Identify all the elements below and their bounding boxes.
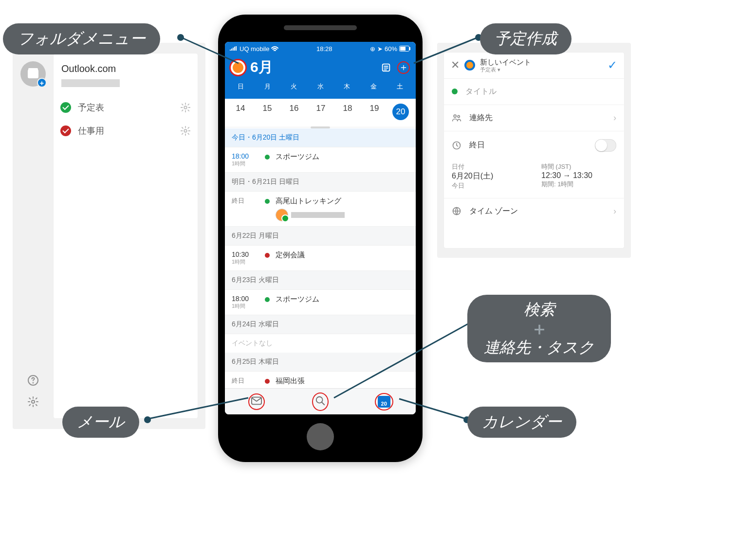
- tab-search[interactable]: [311, 392, 330, 411]
- weekday: 水: [317, 82, 324, 91]
- calendar-icon: 20: [378, 396, 390, 408]
- event-title: 高尾山トレッキング: [276, 196, 409, 206]
- svg-point-2: [32, 400, 35, 403]
- account-email-placeholder: [61, 79, 120, 87]
- svg-point-1: [33, 383, 34, 383]
- date-cell[interactable]: 16: [285, 104, 303, 120]
- account-name: Outlook.com: [54, 54, 198, 76]
- timezone-field[interactable]: タイム ゾーン ›: [444, 198, 624, 224]
- section-header: 6月25日 木曜日: [225, 353, 416, 372]
- checkmark-icon[interactable]: [60, 125, 71, 136]
- date-cell[interactable]: 15: [258, 104, 276, 120]
- event-title: スポーツジム: [276, 295, 409, 304]
- gear-icon[interactable]: [180, 102, 191, 113]
- svg-point-3: [184, 106, 187, 109]
- allday-label: 終日: [469, 140, 485, 150]
- date-cell[interactable]: 14: [232, 104, 249, 120]
- calendar-name: 仕事用: [78, 125, 104, 137]
- account-icon[interactable]: +: [20, 61, 46, 87]
- weekday: 火: [291, 82, 297, 91]
- event-row[interactable]: 18:001時間 スポーツジム: [225, 147, 416, 173]
- chevron-right-icon: ›: [613, 206, 616, 216]
- event-duration: 1時間: [232, 160, 259, 167]
- phone-frame: UQ mobile 18:28 ⊕ ➤ 60% 6月: [218, 15, 423, 462]
- section-header: 6月24日 水曜日: [225, 315, 416, 334]
- date-cell[interactable]: 19: [366, 104, 383, 120]
- gear-icon[interactable]: [180, 125, 191, 136]
- agenda-list[interactable]: 今日・6月20日 土曜日 18:001時間 スポーツジム 明日・6月21日 日曜…: [225, 128, 416, 391]
- date-row: 14 15 16 17 18 19 20: [225, 99, 416, 127]
- weekday: 金: [370, 82, 377, 91]
- event-color-dot: [265, 379, 270, 384]
- section-header-today: 今日・6月20日 土曜日: [225, 128, 416, 147]
- attendee: [276, 209, 409, 221]
- timezone-label: タイム ゾーン: [469, 206, 518, 216]
- title-placeholder: タイトル: [465, 87, 497, 97]
- event-color-dot: [265, 253, 270, 258]
- event-duration: 1時間: [232, 303, 259, 310]
- rotation-lock-icon: ⊕: [370, 45, 375, 53]
- allday-toggle[interactable]: [595, 139, 616, 152]
- contacts-field[interactable]: 連絡先 ›: [444, 105, 624, 131]
- attendee-avatar: [276, 209, 288, 221]
- annotation-plus: ＋: [531, 319, 548, 339]
- tab-calendar[interactable]: 20: [375, 392, 393, 411]
- close-icon[interactable]: ✕: [451, 59, 460, 71]
- calendar-header: 6月 日 月 火 水 木 金 土: [225, 55, 416, 99]
- tab-bar: 20: [225, 388, 416, 414]
- clock-label: 18:28: [316, 45, 332, 53]
- settings-icon[interactable]: [27, 396, 39, 408]
- allday-field[interactable]: 終日: [444, 131, 624, 160]
- annotation-search: 検索 ＋ 連絡先・タスク: [467, 295, 611, 362]
- new-event-button[interactable]: [397, 61, 410, 74]
- wifi-icon: [271, 46, 278, 52]
- calendar-picker[interactable]: 予定表 ▾: [480, 67, 531, 72]
- phone-screen: UQ mobile 18:28 ⊕ ➤ 60% 6月: [225, 42, 416, 414]
- annotation-text: 検索: [524, 301, 555, 319]
- event-title: 福岡出張: [276, 376, 409, 386]
- calendar-item[interactable]: 仕事用: [54, 119, 198, 143]
- event-allday: 終日: [232, 376, 259, 385]
- date-cell[interactable]: 18: [339, 104, 356, 120]
- annotation-mail: メール: [62, 407, 139, 438]
- event-row[interactable]: 終日 高尾山トレッキング: [225, 192, 416, 227]
- month-label[interactable]: 6月: [250, 57, 273, 77]
- time-value: 12:30 → 13:30: [541, 171, 616, 180]
- event-title: 定例会議: [276, 250, 409, 260]
- folder-menu-panel: + Outlook.com 予定表 仕事用: [13, 43, 205, 429]
- help-icon[interactable]: [27, 374, 39, 386]
- date-sub: 今日: [452, 181, 527, 190]
- event-row[interactable]: 10:301時間 定例会議: [225, 246, 416, 271]
- section-header: 明日・6月21日 日曜日: [225, 173, 416, 192]
- datetime-field[interactable]: 日付 6月20日(土) 今日 時間 (JST) 12:30 → 13:30 期間…: [444, 160, 624, 198]
- title-field[interactable]: タイトル: [444, 79, 624, 105]
- clock-icon: [452, 141, 461, 150]
- event-duration: 1時間: [232, 258, 259, 266]
- calendar-name: 予定表: [78, 102, 104, 113]
- event-color-dot: [265, 155, 270, 160]
- event-row[interactable]: 18:001時間 スポーツジム: [225, 290, 416, 315]
- weekday-row: 日 月 火 水 木 金 土: [231, 77, 410, 96]
- date-cell-selected[interactable]: 20: [392, 104, 409, 120]
- calendar-avatar-icon: [464, 60, 475, 71]
- confirm-icon[interactable]: ✓: [608, 58, 617, 72]
- color-dot-icon: [452, 89, 458, 94]
- new-event-card: ✕ 新しいイベント 予定表 ▾ ✓ タイトル 連絡先 › 終日 日付 6月2: [444, 53, 624, 248]
- checkmark-icon[interactable]: [60, 102, 71, 113]
- home-button[interactable]: [307, 423, 334, 450]
- globe-icon: [452, 206, 461, 216]
- svg-point-4: [184, 129, 187, 132]
- add-account-badge[interactable]: +: [37, 78, 47, 88]
- weekday: 木: [344, 82, 350, 91]
- tab-mail[interactable]: [247, 392, 266, 411]
- date-value: 6月20日(土): [452, 171, 527, 181]
- new-event-title: 新しいイベント: [480, 58, 531, 67]
- date-cell[interactable]: 17: [312, 104, 330, 120]
- menu-avatar-button[interactable]: [231, 60, 245, 75]
- calendar-item[interactable]: 予定表: [54, 96, 198, 119]
- agenda-view-button[interactable]: [380, 61, 392, 74]
- time-sub: 期間: 1時間: [541, 180, 616, 189]
- svg-rect-6: [400, 47, 406, 51]
- people-icon: [452, 113, 461, 123]
- contacts-label: 連絡先: [469, 113, 493, 123]
